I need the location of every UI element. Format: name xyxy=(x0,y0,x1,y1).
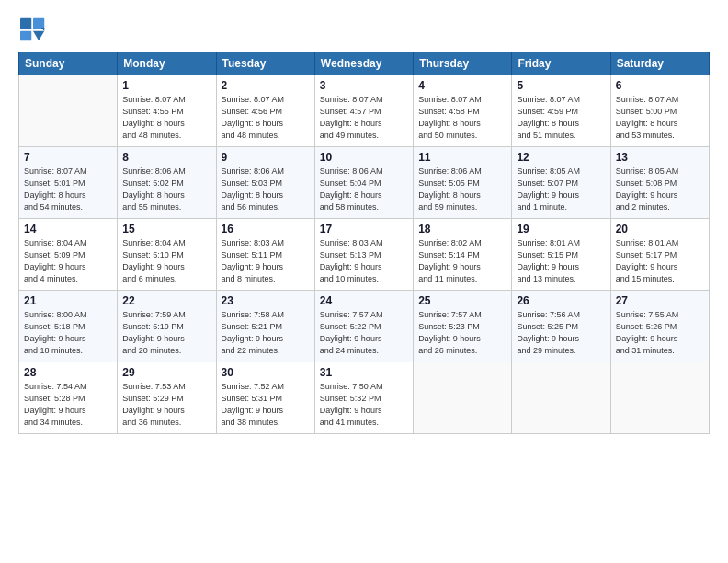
day-number: 31 xyxy=(320,366,408,379)
day-cell: 4Sunrise: 8:07 AM Sunset: 4:58 PM Daylig… xyxy=(414,75,512,147)
day-number: 29 xyxy=(122,366,210,379)
day-info: Sunrise: 8:01 AM Sunset: 5:15 PM Dayligh… xyxy=(517,237,605,285)
day-info: Sunrise: 8:06 AM Sunset: 5:03 PM Dayligh… xyxy=(222,166,310,213)
header xyxy=(18,17,710,42)
day-info: Sunrise: 8:06 AM Sunset: 5:02 PM Dayligh… xyxy=(122,166,210,213)
day-number: 14 xyxy=(24,223,112,236)
day-number: 19 xyxy=(517,223,605,236)
day-number: 10 xyxy=(320,151,408,164)
logo xyxy=(18,17,51,42)
weekday-header-monday: Monday xyxy=(118,52,216,75)
day-number: 17 xyxy=(320,223,408,236)
calendar-table: SundayMondayTuesdayWednesdayThursdayFrid… xyxy=(18,52,710,434)
weekday-header-saturday: Saturday xyxy=(610,52,709,75)
day-cell xyxy=(610,362,709,434)
week-row-1: 1Sunrise: 8:07 AM Sunset: 4:55 PM Daylig… xyxy=(19,75,710,147)
day-cell: 28Sunrise: 7:54 AM Sunset: 5:28 PM Dayli… xyxy=(19,362,118,434)
day-number: 1 xyxy=(122,79,210,92)
calendar-body: 1Sunrise: 8:07 AM Sunset: 4:55 PM Daylig… xyxy=(19,75,710,434)
day-cell: 17Sunrise: 8:03 AM Sunset: 5:13 PM Dayli… xyxy=(314,219,413,291)
page: SundayMondayTuesdayWednesdayThursdayFrid… xyxy=(0,0,728,563)
day-cell xyxy=(414,362,512,434)
day-info: Sunrise: 8:06 AM Sunset: 5:05 PM Dayligh… xyxy=(418,166,506,213)
day-info: Sunrise: 8:07 AM Sunset: 4:55 PM Dayligh… xyxy=(122,94,210,142)
day-cell: 9Sunrise: 8:06 AM Sunset: 5:03 PM Daylig… xyxy=(216,147,314,219)
day-cell: 8Sunrise: 8:06 AM Sunset: 5:02 PM Daylig… xyxy=(118,147,216,219)
day-cell: 11Sunrise: 8:06 AM Sunset: 5:05 PM Dayli… xyxy=(414,147,512,219)
weekday-header-tuesday: Tuesday xyxy=(216,52,314,75)
svg-rect-1 xyxy=(33,18,44,29)
day-info: Sunrise: 8:01 AM Sunset: 5:17 PM Dayligh… xyxy=(616,237,704,285)
day-cell: 26Sunrise: 7:56 AM Sunset: 5:25 PM Dayli… xyxy=(512,291,610,362)
day-cell: 7Sunrise: 8:07 AM Sunset: 5:01 PM Daylig… xyxy=(19,147,118,219)
day-cell: 20Sunrise: 8:01 AM Sunset: 5:17 PM Dayli… xyxy=(610,219,709,291)
day-number: 24 xyxy=(320,294,408,307)
day-cell: 18Sunrise: 8:02 AM Sunset: 5:14 PM Dayli… xyxy=(414,219,512,291)
day-cell: 27Sunrise: 7:55 AM Sunset: 5:26 PM Dayli… xyxy=(610,291,709,362)
day-number: 9 xyxy=(222,151,310,164)
day-info: Sunrise: 8:03 AM Sunset: 5:11 PM Dayligh… xyxy=(222,237,310,285)
day-number: 12 xyxy=(517,151,605,164)
day-info: Sunrise: 8:05 AM Sunset: 5:08 PM Dayligh… xyxy=(616,166,704,213)
day-cell: 3Sunrise: 8:07 AM Sunset: 4:57 PM Daylig… xyxy=(314,75,413,147)
day-cell: 10Sunrise: 8:06 AM Sunset: 5:04 PM Dayli… xyxy=(314,147,413,219)
day-info: Sunrise: 7:55 AM Sunset: 5:26 PM Dayligh… xyxy=(616,309,704,357)
day-info: Sunrise: 7:54 AM Sunset: 5:28 PM Dayligh… xyxy=(24,381,112,429)
day-info: Sunrise: 8:03 AM Sunset: 5:13 PM Dayligh… xyxy=(320,237,408,285)
day-info: Sunrise: 8:07 AM Sunset: 4:56 PM Dayligh… xyxy=(222,94,310,142)
day-cell: 19Sunrise: 8:01 AM Sunset: 5:15 PM Dayli… xyxy=(512,219,610,291)
day-cell: 6Sunrise: 8:07 AM Sunset: 5:00 PM Daylig… xyxy=(610,75,709,147)
day-info: Sunrise: 8:07 AM Sunset: 5:00 PM Dayligh… xyxy=(616,94,704,142)
weekday-header-wednesday: Wednesday xyxy=(314,52,413,75)
day-number: 22 xyxy=(122,294,210,307)
day-cell: 14Sunrise: 8:04 AM Sunset: 5:09 PM Dayli… xyxy=(19,219,118,291)
weekday-header-sunday: Sunday xyxy=(19,52,118,75)
day-cell: 15Sunrise: 8:04 AM Sunset: 5:10 PM Dayli… xyxy=(118,219,216,291)
day-info: Sunrise: 7:50 AM Sunset: 5:32 PM Dayligh… xyxy=(320,381,408,429)
week-row-5: 28Sunrise: 7:54 AM Sunset: 5:28 PM Dayli… xyxy=(19,362,710,434)
day-cell: 1Sunrise: 8:07 AM Sunset: 4:55 PM Daylig… xyxy=(118,75,216,147)
day-number: 25 xyxy=(418,294,506,307)
day-info: Sunrise: 7:52 AM Sunset: 5:31 PM Dayligh… xyxy=(222,381,310,429)
day-cell: 21Sunrise: 8:00 AM Sunset: 5:18 PM Dayli… xyxy=(19,291,118,362)
day-cell: 30Sunrise: 7:52 AM Sunset: 5:31 PM Dayli… xyxy=(216,362,314,434)
day-number: 30 xyxy=(222,366,310,379)
day-info: Sunrise: 8:07 AM Sunset: 4:59 PM Dayligh… xyxy=(517,94,605,142)
week-row-4: 21Sunrise: 8:00 AM Sunset: 5:18 PM Dayli… xyxy=(19,291,710,362)
svg-rect-0 xyxy=(20,18,31,29)
day-number: 11 xyxy=(418,151,506,164)
week-row-3: 14Sunrise: 8:04 AM Sunset: 5:09 PM Dayli… xyxy=(19,219,710,291)
day-cell xyxy=(512,362,610,434)
day-info: Sunrise: 7:59 AM Sunset: 5:19 PM Dayligh… xyxy=(122,309,210,357)
day-info: Sunrise: 7:53 AM Sunset: 5:29 PM Dayligh… xyxy=(122,381,210,429)
day-cell: 25Sunrise: 7:57 AM Sunset: 5:23 PM Dayli… xyxy=(414,291,512,362)
day-number: 23 xyxy=(222,294,310,307)
day-number: 18 xyxy=(418,223,506,236)
day-number: 21 xyxy=(24,294,112,307)
day-number: 20 xyxy=(616,223,704,236)
day-cell: 24Sunrise: 7:57 AM Sunset: 5:22 PM Dayli… xyxy=(314,291,413,362)
svg-marker-3 xyxy=(33,31,44,41)
day-info: Sunrise: 8:07 AM Sunset: 4:57 PM Dayligh… xyxy=(320,94,408,142)
day-number: 2 xyxy=(222,79,310,92)
day-number: 28 xyxy=(24,366,112,379)
day-info: Sunrise: 8:04 AM Sunset: 5:09 PM Dayligh… xyxy=(24,237,112,285)
week-row-2: 7Sunrise: 8:07 AM Sunset: 5:01 PM Daylig… xyxy=(19,147,710,219)
day-number: 6 xyxy=(616,79,704,92)
day-cell: 23Sunrise: 7:58 AM Sunset: 5:21 PM Dayli… xyxy=(216,291,314,362)
day-cell xyxy=(19,75,118,147)
header-row: SundayMondayTuesdayWednesdayThursdayFrid… xyxy=(19,52,710,75)
day-number: 16 xyxy=(222,223,310,236)
day-number: 27 xyxy=(616,294,704,307)
day-cell: 29Sunrise: 7:53 AM Sunset: 5:29 PM Dayli… xyxy=(118,362,216,434)
day-number: 15 xyxy=(122,223,210,236)
day-cell: 5Sunrise: 8:07 AM Sunset: 4:59 PM Daylig… xyxy=(512,75,610,147)
day-info: Sunrise: 7:58 AM Sunset: 5:21 PM Dayligh… xyxy=(222,309,310,357)
weekday-header-thursday: Thursday xyxy=(414,52,512,75)
day-info: Sunrise: 8:07 AM Sunset: 4:58 PM Dayligh… xyxy=(418,94,506,142)
day-number: 5 xyxy=(517,79,605,92)
day-number: 13 xyxy=(616,151,704,164)
day-cell: 16Sunrise: 8:03 AM Sunset: 5:11 PM Dayli… xyxy=(216,219,314,291)
day-info: Sunrise: 8:07 AM Sunset: 5:01 PM Dayligh… xyxy=(24,166,112,213)
day-number: 26 xyxy=(517,294,605,307)
